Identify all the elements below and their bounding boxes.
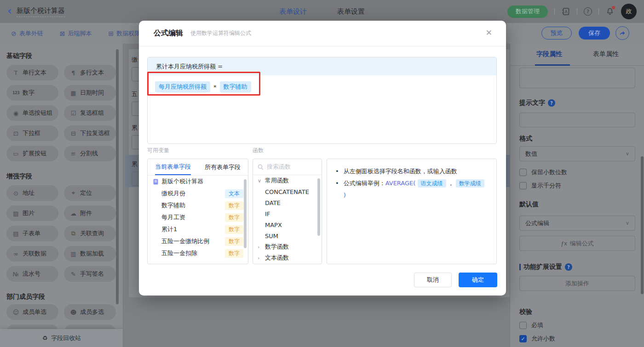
confirm-button[interactable]: 确定 (459, 273, 497, 287)
function-name: CONCATENATE (265, 188, 309, 195)
formula-editor-box[interactable]: 累计本月应纳税所得额 = 每月应纳税所得额 * 数字辅助 (147, 57, 497, 144)
bullet: • (335, 165, 339, 177)
variables-panel: 当前表单字段 所有表单字段 新版个税计算器 缴税月份文本 数字辅助数字 每月工资… (147, 159, 248, 264)
formula-field-chip[interactable]: 数字辅助 (220, 81, 251, 92)
tips-panel: • 从左侧面板选择字段名和函数，或输入函数 • 公式编辑举例：AVERAGE( … (327, 159, 497, 264)
function-group-text[interactable]: ›文本函数 (253, 252, 322, 263)
formula-editor-modal: 公式编辑 使用数学运算符编辑公式 ✕ 累计本月应纳税所得额 = 每月应纳税所得额… (139, 21, 506, 296)
caret-right-icon: › (258, 244, 262, 250)
close-icon[interactable]: ✕ (486, 29, 492, 37)
caret-right-icon: › (258, 255, 262, 261)
function-search[interactable]: 搜索函数 (253, 159, 322, 175)
variables-tabs: 当前表单字段 所有表单字段 (148, 159, 248, 176)
example-field-chip: 数学成绩 (456, 179, 484, 188)
modal-header: 公式编辑 使用数学运算符编辑公式 ✕ (139, 21, 506, 46)
type-badge: 数字 (225, 213, 243, 222)
formula-target-label: 累计本月应纳税所得额 = (156, 63, 223, 71)
tip-example-line: • 公式编辑举例：AVERAGE( 语文成绩 ， 数学成绩 ) (335, 177, 488, 201)
variables-panel-label: 可用变量 (147, 147, 169, 154)
variables-scrollbar[interactable] (244, 179, 247, 248)
example-comma: ， (448, 180, 454, 187)
type-badge: 数字 (225, 225, 243, 234)
variable-name: 每月工资 (161, 213, 222, 222)
tree-root-label: 新版个税计算器 (161, 177, 243, 186)
variable-item[interactable]: 缴税月份文本 (148, 188, 248, 199)
variable-item[interactable]: 每月工资数字 (148, 211, 248, 223)
function-item[interactable]: DATE (253, 197, 322, 208)
function-name: IF (265, 210, 270, 217)
variable-item[interactable]: 五险一金扣除数字 (148, 247, 248, 259)
bullet: • (335, 177, 339, 189)
variable-name: 五险一金扣除 (161, 249, 222, 257)
tip-text: 从左侧面板选择字段名和函数，或输入函数 (344, 165, 457, 177)
variable-name: 缴税月份 (161, 189, 222, 198)
variable-tree-root[interactable]: 新版个税计算器 (148, 176, 248, 188)
form-icon (153, 179, 159, 185)
type-badge: 数字 (225, 249, 243, 258)
search-placeholder: 搜索函数 (267, 163, 291, 171)
functions-panel: 搜索函数 ∨常用函数 CONCATENATE DATE IF MAPX SUM … (253, 159, 322, 264)
modal-subtitle: 使用数学运算符编辑公式 (190, 29, 251, 37)
function-name: DATE (265, 199, 281, 206)
example-prefix: 公式编辑举例： (344, 180, 385, 187)
group-label: 文本函数 (265, 254, 289, 262)
formula-field-chip[interactable]: 每月应纳税所得额 (155, 81, 210, 92)
modal-title: 公式编辑 (154, 28, 183, 38)
formula-expression[interactable]: 每月应纳税所得额 * 数字辅助 (148, 75, 496, 98)
function-name: SUM (265, 233, 278, 239)
app-screen: ‹ 新版个税计算器 表单设计 表单设置 数据管理 A ? 政 ⊘ 表单外链 (0, 0, 644, 347)
group-label: 数学函数 (265, 243, 289, 251)
cancel-button[interactable]: 取消 (414, 273, 452, 287)
caret-down-icon: ∨ (258, 178, 262, 184)
tab-all-form-fields[interactable]: 所有表单字段 (205, 159, 241, 175)
formula-target-band: 累计本月应纳税所得额 = (148, 57, 496, 75)
variable-name: 累计1 (161, 225, 222, 233)
functions-panel-label: 函数 (253, 147, 264, 154)
function-group-math[interactable]: ›数学函数 (253, 241, 322, 252)
example-function: AVERAGE( (385, 180, 416, 187)
group-label: 常用函数 (265, 176, 289, 185)
example-field-chip: 语文成绩 (418, 179, 446, 188)
function-group-common[interactable]: ∨常用函数 (253, 175, 322, 186)
tab-current-form-fields[interactable]: 当前表单字段 (155, 159, 191, 175)
variable-name: 数字辅助 (161, 201, 222, 210)
function-item[interactable]: SUM (253, 230, 322, 241)
variable-name: 五险一金缴纳比例 (161, 237, 222, 245)
function-item[interactable]: IF (253, 208, 322, 219)
type-badge: 数字 (225, 237, 243, 246)
formula-operator: * (213, 84, 217, 91)
type-badge: 数字 (225, 201, 243, 210)
variable-item[interactable]: 五险一金缴纳比例数字 (148, 235, 248, 247)
type-badge: 文本 (225, 189, 243, 198)
tip-example: 公式编辑举例：AVERAGE( 语文成绩 ， 数学成绩 ) (344, 177, 488, 201)
variable-item[interactable]: 数字辅助数字 (148, 199, 248, 211)
search-icon (258, 164, 264, 170)
function-item[interactable]: CONCATENATE (253, 186, 322, 197)
function-name: MAPX (265, 222, 282, 228)
tip-line: • 从左侧面板选择字段名和函数，或输入函数 (335, 165, 488, 177)
functions-scrollbar[interactable] (317, 178, 320, 236)
variable-item[interactable]: 累计1数字 (148, 223, 248, 235)
function-item[interactable]: MAPX (253, 219, 322, 230)
example-function-close: ) (344, 192, 346, 199)
